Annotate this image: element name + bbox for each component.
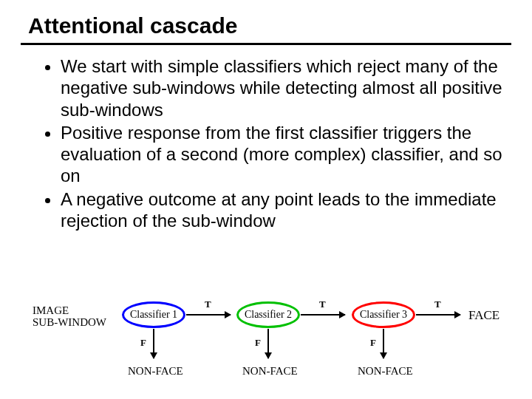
false-label-2: F bbox=[255, 337, 261, 349]
false-label-3: F bbox=[370, 337, 376, 349]
input-label-line1: IMAGE bbox=[33, 304, 69, 317]
reject-label-2: NON-FACE bbox=[242, 365, 298, 378]
input-label-line2: SUB-WINDOW bbox=[33, 316, 106, 329]
classifier-1-node: Classifier 1 bbox=[122, 301, 185, 328]
arrow-t-3 bbox=[416, 314, 460, 316]
cascade-diagram: IMAGE SUB-WINDOW Classifier 1 Classifier… bbox=[0, 282, 532, 393]
classifier-3-node: Classifier 3 bbox=[352, 301, 415, 328]
bullet-list: We start with simple classifiers which r… bbox=[21, 55, 511, 231]
output-label: FACE bbox=[468, 308, 499, 323]
true-label-2: T bbox=[319, 299, 326, 310]
title-divider bbox=[21, 43, 511, 45]
bullet-item: We start with simple classifiers which r… bbox=[61, 55, 508, 120]
arrow-t-2 bbox=[301, 314, 345, 316]
true-label-3: T bbox=[434, 299, 441, 310]
bullet-item: Positive response from the first classif… bbox=[61, 122, 508, 187]
arrow-t-1 bbox=[186, 314, 231, 316]
reject-label-1: NON-FACE bbox=[128, 365, 183, 378]
classifier-2-node: Classifier 2 bbox=[236, 301, 300, 328]
slide-title: Attentional cascade bbox=[21, 13, 511, 43]
false-label-1: F bbox=[140, 337, 146, 349]
reject-label-3: NON-FACE bbox=[358, 365, 413, 378]
arrow-f-1 bbox=[153, 329, 154, 358]
arrow-f-3 bbox=[383, 329, 384, 358]
bullet-item: A negative outcome at any point leads to… bbox=[61, 188, 508, 232]
true-label-1: T bbox=[205, 299, 211, 310]
arrow-f-2 bbox=[267, 329, 269, 358]
